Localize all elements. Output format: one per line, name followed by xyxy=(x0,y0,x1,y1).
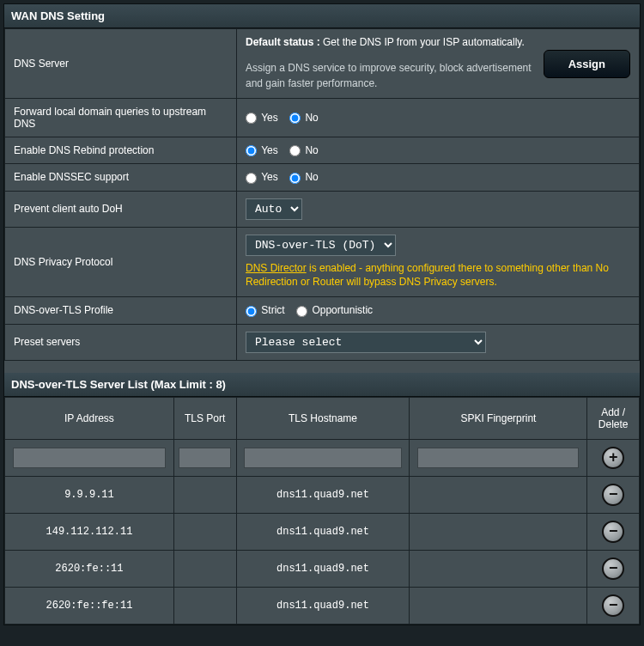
cell-host: dns11.quad9.net xyxy=(236,476,410,513)
minus-icon: − xyxy=(609,560,618,576)
cell-spki xyxy=(410,550,587,587)
table-row: 149.112.112.11dns11.quad9.net− xyxy=(5,513,640,550)
new-spki-input[interactable] xyxy=(417,448,579,468)
cell-spki xyxy=(410,587,587,624)
dnssec-no[interactable]: No xyxy=(289,171,319,183)
cell-ip: 2620:fe::fe:11 xyxy=(5,587,174,624)
cell-host: dns11.quad9.net xyxy=(236,587,410,624)
cell-ip: 2620:fe::11 xyxy=(5,550,174,587)
minus-icon: − xyxy=(609,486,618,502)
col-host: TLS Hostname xyxy=(236,397,410,439)
default-status-text: Get the DNS IP from your ISP automatical… xyxy=(323,36,525,48)
cell-ip: 9.9.9.11 xyxy=(5,476,174,513)
cell-host: dns11.quad9.net xyxy=(236,550,410,587)
cell-spki xyxy=(410,476,587,513)
forward-local-label: Forward local domain queries to upstream… xyxy=(5,99,237,137)
plus-icon: + xyxy=(609,449,618,465)
new-host-input[interactable] xyxy=(244,448,401,468)
default-status-label: Default status : xyxy=(246,36,320,48)
prevent-doh-select[interactable]: Auto xyxy=(246,198,302,220)
col-ip: IP Address xyxy=(5,397,174,439)
minus-icon: − xyxy=(609,597,618,612)
assign-button[interactable]: Assign xyxy=(544,50,630,78)
wan-dns-panel: WAN DNS Setting DNS Server Default statu… xyxy=(3,3,641,625)
col-act: Add / Delete xyxy=(587,397,640,439)
privacy-proto-label: DNS Privacy Protocol xyxy=(5,227,237,297)
dns-server-label: DNS Server xyxy=(5,29,237,99)
dot-server-list-section: DNS-over-TLS Server List (Max Limit : 8)… xyxy=(4,373,640,625)
rebind-yes[interactable]: Yes xyxy=(246,144,278,156)
cell-host: dns11.quad9.net xyxy=(236,513,410,550)
section-title-wan-dns: WAN DNS Setting xyxy=(4,4,640,28)
delete-row-button[interactable]: − xyxy=(602,521,624,543)
table-row: 2620:fe::fe:11dns11.quad9.net− xyxy=(5,587,640,624)
dns-server-desc: Assign a DNS service to improve security… xyxy=(246,60,532,91)
rebind-no[interactable]: No xyxy=(289,144,319,156)
dnssec-yes[interactable]: Yes xyxy=(246,171,278,183)
dot-profile-strict[interactable]: Strict xyxy=(246,304,285,316)
delete-row-button[interactable]: − xyxy=(602,484,624,506)
settings-table: DNS Server Default status : Get the DNS … xyxy=(4,28,640,361)
prevent-doh-label: Prevent client auto DoH xyxy=(5,191,237,227)
dnssec-label: Enable DNSSEC support xyxy=(5,164,237,191)
table-row: 2620:fe::11dns11.quad9.net− xyxy=(5,550,640,587)
cell-spki xyxy=(410,513,587,550)
new-ip-input[interactable] xyxy=(13,448,166,468)
minus-icon: − xyxy=(609,523,618,539)
col-port: TLS Port xyxy=(173,397,236,439)
dot-profile-opportunistic[interactable]: Opportunistic xyxy=(296,304,373,316)
preset-servers-label: Preset servers xyxy=(5,324,237,360)
section-title-dot-list: DNS-over-TLS Server List (Max Limit : 8) xyxy=(4,373,640,397)
new-port-input[interactable] xyxy=(179,448,231,468)
privacy-proto-warning: DNS Director is enabled - anything confi… xyxy=(246,261,630,290)
dns-director-link[interactable]: DNS Director xyxy=(246,262,307,274)
rebind-label: Enable DNS Rebind protection xyxy=(5,137,237,164)
table-row: 9.9.9.11dns11.quad9.net− xyxy=(5,476,640,513)
cell-port xyxy=(173,513,236,550)
add-row-button[interactable]: + xyxy=(602,447,624,469)
preset-servers-select[interactable]: Please select xyxy=(246,332,486,353)
col-spki: SPKI Fingerprint xyxy=(410,397,587,439)
delete-row-button[interactable]: − xyxy=(602,558,624,580)
cell-port xyxy=(173,550,236,587)
cell-port xyxy=(173,587,236,624)
dot-server-table: IP Address TLS Port TLS Hostname SPKI Fi… xyxy=(4,397,640,625)
cell-port xyxy=(173,476,236,513)
privacy-proto-select[interactable]: DNS-over-TLS (DoT) xyxy=(246,235,396,256)
cell-ip: 149.112.112.11 xyxy=(5,513,174,550)
forward-local-no[interactable]: No xyxy=(289,112,319,124)
delete-row-button[interactable]: − xyxy=(602,594,624,617)
forward-local-yes[interactable]: Yes xyxy=(246,112,278,124)
dot-profile-label: DNS-over-TLS Profile xyxy=(5,297,237,324)
